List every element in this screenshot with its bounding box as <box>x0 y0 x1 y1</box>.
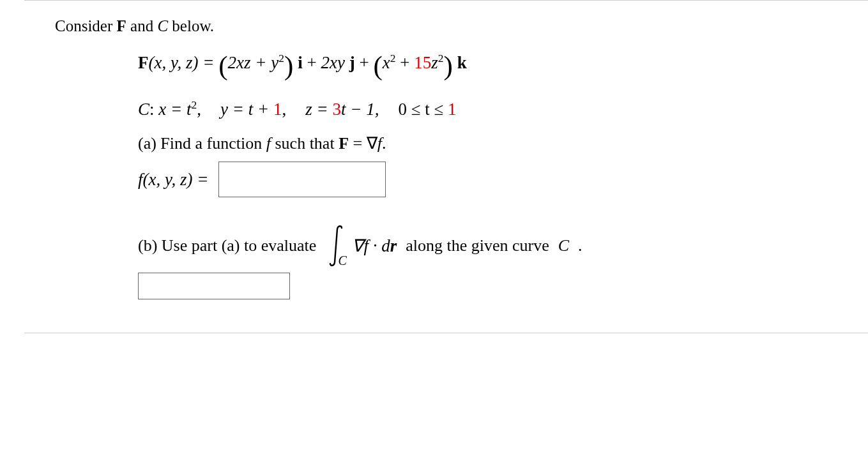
intro-suffix: below. <box>168 17 214 34</box>
eq-term3-exp1: 2 <box>390 52 396 64</box>
pb-period: . <box>578 234 582 258</box>
curve-comma2: , <box>282 100 286 119</box>
pa-dot: . <box>382 134 386 153</box>
intro-C: C <box>157 17 168 34</box>
lparen-1: ( <box>218 50 227 80</box>
rparen-1: ) <box>284 50 293 80</box>
curve-x: x = t <box>158 100 191 119</box>
eq-plus1: + <box>303 53 321 72</box>
intro-and: and <box>126 17 158 34</box>
curve-y-red: 1 <box>273 100 282 119</box>
pb-nabla: ∇ <box>352 236 363 255</box>
eq-term3a: x <box>383 53 390 72</box>
pb-dr: d <box>377 236 390 255</box>
curve-range-red: 1 <box>448 100 457 119</box>
eq-term3-plus: + <box>396 53 415 72</box>
answer-b-input[interactable] <box>138 273 290 299</box>
problem-container: Consider F and C below. F(x, y, z) = (2x… <box>24 1 868 333</box>
pb-label: (b) Use part (a) to evaluate <box>138 234 316 258</box>
intro-F: F <box>117 17 126 34</box>
part-b-question: (b) Use part (a) to evaluate C ∇f · dr a… <box>138 224 837 268</box>
eq-term3-red: 15 <box>414 53 431 72</box>
vector-field-equation: F(x, y, z) = (2xz + y2) i + 2xy j + (x2 … <box>138 50 837 75</box>
eq-term3-exp2: 2 <box>438 52 444 64</box>
curve-z-red: 3 <box>332 100 341 119</box>
curve-range-pre: 0 ≤ t ≤ <box>398 100 448 119</box>
curve-z-pre: z = <box>305 100 332 119</box>
curve-y: y = t + <box>220 100 273 119</box>
curve-x-exp: 2 <box>192 98 197 111</box>
eq-j: j <box>345 53 355 72</box>
pa-f2: f <box>377 134 382 153</box>
integral-icon: C <box>325 224 348 268</box>
integral-expression: C ∇f · dr <box>325 224 397 268</box>
intro-prefix: Consider <box>55 17 117 34</box>
eq-term1-exp: 2 <box>278 52 284 64</box>
pb-r: r <box>390 236 397 255</box>
answer-a-row: f(x, y, z) = <box>138 162 837 197</box>
pb-f: f <box>363 236 372 255</box>
pa-f: f <box>266 134 271 153</box>
pa-mid: such that <box>271 134 339 153</box>
eq-term3-z: z <box>431 53 438 72</box>
eq-F: F <box>138 53 149 72</box>
intro-line: Consider F and C below. <box>55 15 837 38</box>
integral-sub-C: C <box>338 252 346 270</box>
eq-k: k <box>453 53 467 72</box>
rparen-2: ) <box>444 50 453 80</box>
curve-definition: C: x = t2,y = t + 1,z = 3t − 1,0 ≤ t ≤ 1 <box>138 97 837 122</box>
part-a-question: (a) Find a function f such that F = ∇f. <box>138 132 837 156</box>
answer-b-row <box>138 273 837 306</box>
answer-a-lhs: f(x, y, z) = <box>138 167 208 192</box>
curve-C: C <box>138 100 149 119</box>
eq-args: (x, y, z) = <box>149 53 219 72</box>
eq-i: i <box>293 53 302 72</box>
eq-plus2: + <box>355 53 374 72</box>
pa-eq: = ∇ <box>349 134 377 153</box>
lparen-2: ( <box>373 50 382 80</box>
pb-after: along the given curve <box>406 234 549 258</box>
answer-a-input[interactable] <box>218 162 386 197</box>
curve-colon: : <box>149 100 158 119</box>
curve-z-post: t − 1, <box>341 100 379 119</box>
pa-label: (a) Find a function <box>138 134 266 153</box>
eq-term2: 2xy <box>321 53 344 72</box>
pa-F: F <box>339 134 349 153</box>
pb-C: C <box>558 234 569 258</box>
eq-term1a: 2xz + y <box>228 53 279 72</box>
curve-comma1: , <box>197 100 201 119</box>
